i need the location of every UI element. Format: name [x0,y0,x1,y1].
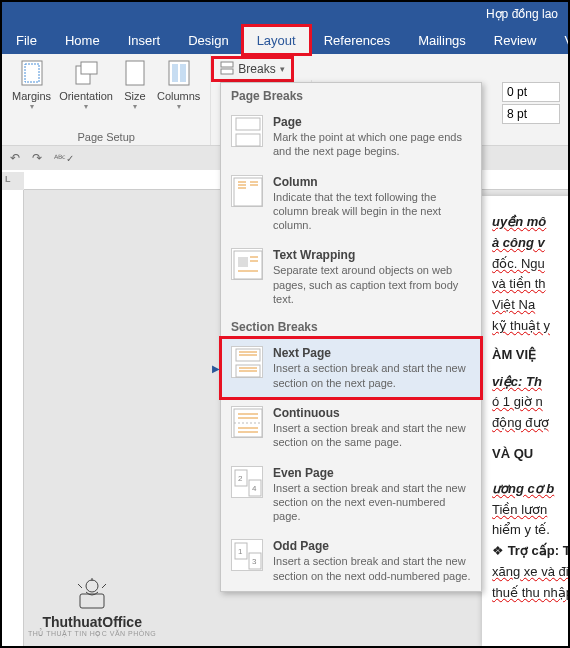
odd-page-icon: 13 [231,539,263,571]
svg-rect-10 [236,118,260,130]
menu-item-continuous[interactable]: Continuous Insert a section break and st… [221,398,481,458]
breaks-dropdown: Page Breaks Page Mark the point at which… [220,82,482,592]
svg-point-44 [86,580,98,592]
svg-rect-43 [80,594,104,608]
menu-item-desc: Insert a section break and start the new… [273,421,471,450]
page-break-icon [231,115,263,147]
tab-file[interactable]: File [2,26,51,54]
dropdown-header-pagebreaks: Page Breaks [221,83,481,107]
orientation-icon [72,58,100,88]
redo-icon[interactable]: ↷ [32,151,42,165]
ribbon-tabs: File Home Insert Design Layout Reference… [2,26,568,54]
tab-insert[interactable]: Insert [114,26,175,54]
even-page-icon: 24 [231,466,263,498]
margins-label: Margins [12,90,51,102]
menu-item-title: Text Wrapping [273,248,471,262]
logo-tagline: THỦ THUẬT TIN HỌC VĂN PHÒNG [28,630,156,638]
margins-icon [18,58,46,88]
breaks-button[interactable]: Breaks ▾ [213,58,291,80]
doc-line: đốc. Ngu [492,254,570,275]
ruler-corner: L [5,174,11,184]
column-break-icon [231,175,263,207]
vertical-ruler[interactable] [2,190,24,646]
title-bar: Hợp đồng lao [2,2,568,26]
svg-rect-4 [126,61,144,85]
doc-line: Việt Na [492,295,570,316]
doc-line: Tiền lươn [492,500,570,521]
svg-rect-7 [180,64,186,82]
doc-line: ÀM VIỆ [492,345,570,366]
spellcheck-icon[interactable]: ᴬᴮᶜ✓ [54,153,74,164]
menu-item-desc: Insert a section break and start the new… [273,361,471,390]
svg-rect-11 [236,134,260,146]
svg-rect-9 [221,69,233,74]
menu-item-text-wrapping[interactable]: Text Wrapping Separate text around objec… [221,240,481,314]
spacing-before-input[interactable]: 0 pt [502,82,560,102]
doc-line: VÀ QU [492,444,570,465]
doc-line: ó 1 giờ n [492,392,570,413]
spacing-after-input[interactable]: 8 pt [502,104,560,124]
doc-line: hiểm y tế. [492,520,570,541]
continuous-icon [231,406,263,438]
tab-review[interactable]: Review [480,26,551,54]
dropdown-header-sectionbreaks: Section Breaks [221,314,481,338]
columns-label: Columns [157,90,200,102]
doc-line: động đượ [492,413,570,434]
svg-rect-3 [81,62,97,74]
menu-item-next-page[interactable]: ▶ Next Page Insert a section break and s… [221,338,481,398]
svg-text:3: 3 [252,557,257,566]
text-wrapping-icon [231,248,263,280]
menu-item-title: Continuous [273,406,471,420]
window-title: Hợp đồng lao [486,7,558,21]
watermark-logo: ThuthuatOffice THỦ THUẬT TIN HỌC VĂN PHÒ… [28,576,156,638]
doc-line: Trợ cấp: Tiền [508,543,570,558]
logo-icon [70,576,114,612]
chevron-down-icon: ▾ [30,102,34,111]
tab-layout[interactable]: Layout [243,26,310,54]
breaks-icon [220,61,234,78]
menu-item-desc: Mark the point at which one page ends an… [273,130,471,159]
undo-icon[interactable]: ↶ [10,151,20,165]
doc-line: thuế thu nhập c [492,583,570,604]
tab-home[interactable]: Home [51,26,114,54]
svg-line-46 [102,584,106,588]
orientation-button[interactable]: Orientation ▾ [55,58,117,111]
selection-arrow-icon: ▶ [212,363,220,374]
next-page-icon [231,346,263,378]
doc-line: uyền mô [492,212,570,233]
doc-line: à công v [492,233,570,254]
menu-item-odd-page[interactable]: 13 Odd Page Insert a section break and s… [221,531,481,591]
columns-button[interactable]: Columns ▾ [153,58,204,111]
chevron-down-icon: ▾ [280,64,285,74]
svg-rect-19 [238,257,248,267]
menu-item-title: Next Page [273,346,471,360]
margins-button[interactable]: Margins ▾ [8,58,55,111]
menu-item-title: Page [273,115,471,129]
doc-line: ương cơ b [492,479,570,500]
orientation-label: Orientation [59,90,113,102]
tab-design[interactable]: Design [174,26,242,54]
page-setup-group: Margins ▾ Orientation ▾ Size ▾ [2,54,211,145]
tab-mailings[interactable]: Mailings [404,26,480,54]
svg-rect-6 [172,64,178,82]
menu-item-title: Odd Page [273,539,471,553]
logo-brand: ThuthuatOffice [28,614,156,630]
columns-icon [165,58,193,88]
menu-item-title: Even Page [273,466,471,480]
breaks-label: Breaks [238,62,275,76]
chevron-down-icon: ▾ [133,102,137,111]
size-label: Size [124,90,145,102]
tab-references[interactable]: References [310,26,404,54]
menu-item-desc: Insert a section break and start the new… [273,481,471,524]
group-label-pagesetup: Page Setup [8,131,204,143]
tab-view[interactable]: Vie [550,26,570,54]
doc-line: việc: Th [492,374,542,389]
svg-text:1: 1 [238,547,243,556]
menu-item-page[interactable]: Page Mark the point at which one page en… [221,107,481,167]
menu-item-even-page[interactable]: 24 Even Page Insert a section break and … [221,458,481,532]
chevron-down-icon: ▾ [177,102,181,111]
chevron-down-icon: ▾ [84,102,88,111]
document-page[interactable]: uyền mô à công v đốc. Ngu và tiền th Việ… [482,196,570,646]
menu-item-column[interactable]: Column Indicate that the text following … [221,167,481,241]
size-button[interactable]: Size ▾ [117,58,153,111]
